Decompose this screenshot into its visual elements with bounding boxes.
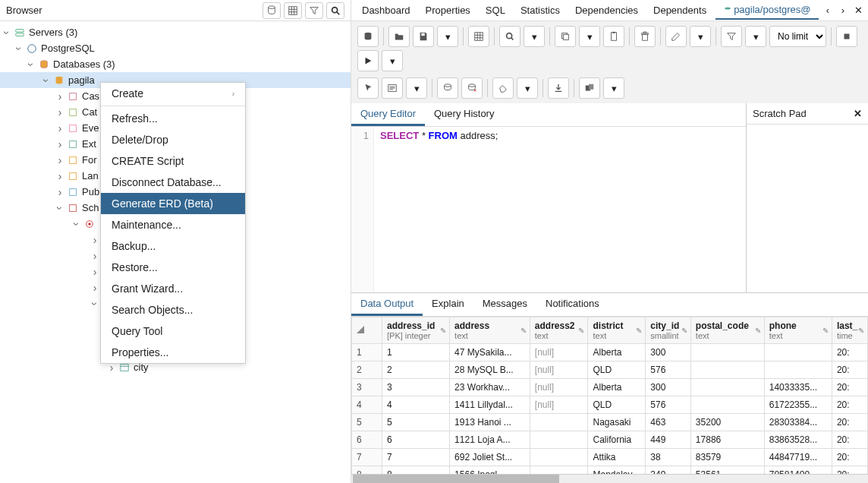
ctx-delete-drop[interactable]: Delete/Drop: [101, 129, 245, 150]
output-tab-data-output[interactable]: Data Output: [351, 293, 423, 316]
ctx-refresh-[interactable]: Refresh...: [101, 108, 245, 129]
col-last_[interactable]: last_time✎: [832, 317, 867, 344]
pencil-icon[interactable]: ✎: [755, 327, 761, 335]
explain-dd-icon[interactable]: ▾: [406, 77, 427, 99]
svg-rect-4: [16, 33, 24, 36]
context-menu: Create›Refresh...Delete/DropCREATE Scrip…: [100, 82, 246, 364]
copy-icon[interactable]: [555, 26, 576, 47]
table-row[interactable]: 441411 Lillydal...[null]QLD57661722355..…: [352, 396, 868, 414]
table-row[interactable]: 1147 MySakila...[null]Alberta30020:: [352, 344, 868, 361]
table-row[interactable]: 551913 Hanoi ...Nagasaki4633520028303384…: [352, 414, 868, 431]
pencil-icon[interactable]: ✎: [681, 327, 687, 335]
server-icon: [14, 27, 26, 39]
svg-rect-8: [70, 93, 77, 99]
tab-statistics[interactable]: Statistics: [513, 2, 568, 19]
table-row[interactable]: 77692 Joliet St...Attika388357944847719.…: [352, 449, 868, 466]
ctx-backup-[interactable]: Backup...: [101, 235, 245, 257]
ctx-create-script[interactable]: CREATE Script: [101, 150, 245, 172]
col-district[interactable]: districttext✎: [588, 317, 646, 344]
cursor-icon[interactable]: [357, 77, 379, 99]
filter-dd-icon[interactable]: ▾: [745, 26, 766, 47]
edit-dd-icon[interactable]: ▾: [690, 26, 711, 47]
copy-dd-icon[interactable]: ▾: [579, 26, 600, 47]
tab-dependents[interactable]: Dependents: [646, 2, 714, 19]
table-row[interactable]: 881566 Inegl ...Mandalay3495356170581400…: [352, 466, 868, 475]
open-icon[interactable]: [388, 26, 410, 47]
output-tab-explain[interactable]: Explain: [423, 293, 473, 316]
ctx-grant-wizard-[interactable]: Grant Wizard...: [101, 278, 245, 299]
edit-grid-icon[interactable]: [468, 26, 489, 47]
macro-icon[interactable]: [579, 77, 600, 99]
ctx-disconnect-database-[interactable]: Disconnect Database...: [101, 172, 245, 193]
run-dd-icon[interactable]: ▾: [382, 50, 403, 71]
col-phone[interactable]: phonetext✎: [764, 317, 832, 344]
col-address_id[interactable]: address_id[PK] integer✎: [382, 317, 450, 344]
pencil-icon[interactable]: ✎: [858, 327, 864, 335]
macro-dd-icon[interactable]: ▾: [603, 77, 624, 99]
col-address[interactable]: addresstext✎: [450, 317, 530, 344]
pencil-icon[interactable]: ✎: [636, 327, 642, 335]
commit-icon[interactable]: [437, 77, 458, 99]
ctx-properties-[interactable]: Properties...: [101, 342, 245, 363]
pencil-icon[interactable]: ✎: [520, 327, 527, 335]
filter-icon[interactable]: [721, 26, 742, 47]
tree-databases[interactable]: Databases (3): [0, 56, 351, 72]
ctx-query-tool[interactable]: Query Tool: [101, 320, 245, 342]
pencil-icon[interactable]: ✎: [578, 327, 584, 335]
obj-icon: [67, 122, 79, 134]
ctx-create[interactable]: Create›: [101, 83, 245, 104]
edit-icon[interactable]: [665, 26, 687, 47]
pencil-icon[interactable]: ✎: [822, 327, 829, 335]
table-row[interactable]: 3323 Workhav...[null]Alberta30014033335.…: [352, 379, 868, 396]
save-dd-icon[interactable]: ▾: [437, 26, 458, 47]
tab-dependencies[interactable]: Dependencies: [568, 2, 646, 19]
run-icon[interactable]: [357, 50, 379, 71]
tab-sql[interactable]: SQL: [478, 2, 513, 19]
db-select-icon[interactable]: [357, 26, 379, 47]
tab-query-tool[interactable]: pagila/postgres@: [715, 1, 818, 20]
save-icon[interactable]: [413, 26, 434, 47]
close-icon[interactable]: ✕: [854, 108, 862, 119]
limit-select[interactable]: No limit: [769, 26, 826, 47]
col-postal_code[interactable]: postal_codetext✎: [690, 317, 764, 344]
tab-properties[interactable]: Properties: [418, 2, 478, 19]
tool-grid-icon[interactable]: [284, 2, 302, 19]
browser-title: Browser: [6, 5, 42, 16]
find-dd-icon[interactable]: ▾: [524, 26, 545, 47]
explain-icon[interactable]: [382, 77, 403, 99]
output-tab-notifications[interactable]: Notifications: [536, 293, 609, 316]
svg-rect-34: [612, 32, 615, 33]
ctx-maintenance-[interactable]: Maintenance...: [101, 214, 245, 235]
tab-close-icon[interactable]: ✕: [851, 4, 865, 17]
table-row[interactable]: 2228 MySQL B...[null]QLD57620:: [352, 361, 868, 379]
tree-postgresql[interactable]: PostgreSQL: [0, 40, 351, 56]
tab-next-icon[interactable]: ›: [836, 4, 850, 17]
clear-icon[interactable]: [492, 77, 514, 99]
tab-dashboard[interactable]: Dashboard: [354, 2, 418, 19]
tab-prev-icon[interactable]: ‹: [821, 4, 835, 17]
download-icon[interactable]: [548, 77, 569, 99]
ctx-restore-[interactable]: Restore...: [101, 257, 245, 278]
col-city_id[interactable]: city_idsmallint✎: [646, 317, 691, 344]
sql-editor[interactable]: 1 SELECT * FROM address;: [351, 127, 746, 292]
data-output-grid[interactable]: address_id[PK] integer✎addresstext✎addre…: [351, 317, 868, 474]
ctx-search-objects-[interactable]: Search Objects...: [101, 299, 245, 320]
tab-query-history[interactable]: Query History: [425, 103, 503, 126]
horizontal-scrollbar[interactable]: [351, 474, 868, 483]
tool-filter-icon[interactable]: [305, 2, 323, 19]
paste-icon[interactable]: [603, 26, 624, 47]
tool-search-icon[interactable]: [326, 2, 344, 19]
tree-servers[interactable]: Servers (3): [0, 24, 351, 40]
tool-db-icon[interactable]: [263, 2, 281, 19]
ctx-generate-erd-beta-[interactable]: Generate ERD (Beta): [101, 193, 245, 214]
clear-dd-icon[interactable]: ▾: [517, 77, 538, 99]
output-tab-messages[interactable]: Messages: [473, 293, 536, 316]
rollback-icon[interactable]: [461, 77, 483, 99]
find-icon[interactable]: [499, 26, 520, 47]
table-row[interactable]: 661121 Loja A...California44917886838635…: [352, 431, 868, 449]
pencil-icon[interactable]: ✎: [440, 327, 446, 335]
tab-query-editor[interactable]: Query Editor: [351, 103, 425, 126]
delete-icon[interactable]: [634, 26, 656, 47]
stop-icon[interactable]: [836, 26, 857, 47]
col-address2[interactable]: address2text✎: [530, 317, 588, 344]
